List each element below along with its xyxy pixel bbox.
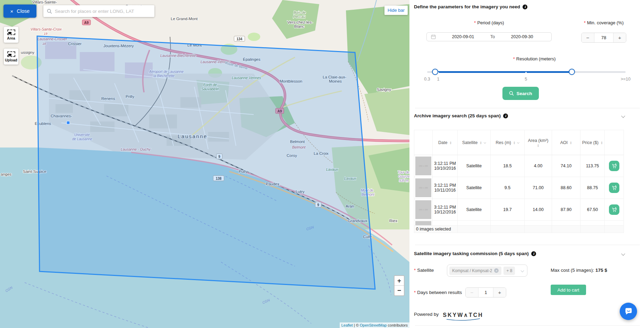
add-to-cart-button[interactable]: Add to cart (551, 285, 586, 295)
period-from-value[interactable]: 2020-09-01 (438, 34, 488, 39)
days-decrement-button[interactable]: − (466, 288, 478, 297)
archive-collapse-chevron-icon[interactable] (621, 114, 625, 118)
partially-visible-row (414, 221, 624, 226)
filter-chevron-icon[interactable] (517, 141, 519, 144)
aoi-polygon[interactable] (37, 36, 375, 289)
column-header[interactable]: AOI▲▼ (552, 130, 581, 155)
area-label: Area (7, 36, 15, 40)
map-label: Villars-Sainte- (32, 0, 57, 4)
selection-summary-row: 0 images selected (414, 226, 624, 233)
area-icon (7, 30, 15, 35)
search-button[interactable]: Search (502, 87, 539, 100)
coverage-decrement-button[interactable]: − (582, 33, 594, 42)
zoom-in-button[interactable]: + (395, 276, 404, 286)
resolution-label: *Resolution (meters) (500, 56, 569, 61)
period-to-value[interactable]: 2020-09-30 (497, 34, 547, 39)
leaflet-link[interactable]: Leaflet (341, 323, 353, 327)
sort-carets-icon[interactable]: ▲▼ (537, 144, 539, 147)
satellite-multiselect[interactable]: Kompsat / Kompsat-2 × + 8 (447, 264, 527, 277)
image-thumbnail: 150 x 150 (415, 178, 431, 197)
add-image-to-cart-button[interactable] (609, 183, 619, 193)
skywatch-logo[interactable]: SKYW∧TCH (443, 312, 483, 318)
days-value[interactable]: 1 (478, 288, 493, 297)
close-label: Close (17, 8, 29, 14)
zoom-out-button[interactable]: − (395, 286, 404, 295)
tasking-collapse-chevron-icon[interactable] (621, 252, 625, 255)
tasking-section-title: Satellite imagery tasking commission (5 … (414, 251, 536, 256)
column-header[interactable]: Satellite▲▼ (458, 130, 491, 155)
info-icon[interactable]: i (523, 5, 527, 9)
map-label: Villars-Sainte-Croix (31, 27, 62, 31)
column-header[interactable]: Date▲▼ (433, 130, 458, 155)
slider-handle[interactable] (569, 69, 575, 75)
calendar-icon (431, 34, 436, 39)
map-search-box[interactable] (43, 5, 154, 17)
slider-handle[interactable] (432, 69, 438, 75)
column-header[interactable]: Res (m)▲▼ (491, 130, 525, 155)
archive-results-table: Date▲▼Satellite▲▼Res (m)▲▼Area (km²)▲▼AO… (414, 130, 624, 233)
table-row[interactable]: 150 x 150 3:12:11 PM10/12/2016 Satellite… (414, 199, 624, 221)
map-label: ussigny (21, 50, 34, 54)
select-chevron-icon (521, 269, 524, 272)
column-header-empty (414, 130, 433, 155)
remove-tag-icon[interactable]: × (494, 268, 499, 273)
days-increment-button[interactable]: + (493, 288, 506, 297)
more-satellites-tag[interactable]: + 8 (503, 267, 515, 275)
table-row[interactable]: 150 x 150 3:12:11 PM10/10/2016 Satellite… (414, 155, 624, 177)
period-label: *Period (days) (426, 20, 552, 25)
resolution-slider[interactable]: 0.315>=10 (427, 68, 626, 82)
coverage-stepper: − 78 + (581, 33, 626, 43)
slider-tick-label: 1 (437, 77, 440, 82)
cart-plus-icon (611, 163, 617, 169)
osm-link[interactable]: OpenStreetMap (360, 323, 387, 327)
upload-aoi-button[interactable]: Upload (4, 49, 18, 65)
archive-section-title: Archive imagery search (25 days span)i (414, 113, 508, 118)
sort-carets-icon[interactable]: ▲▼ (449, 141, 451, 144)
sort-carets-icon[interactable]: ▲▼ (513, 141, 515, 144)
sort-carets-icon[interactable]: ▲▼ (480, 141, 482, 144)
slider-selected-range (435, 71, 572, 73)
sort-carets-icon[interactable]: ▲▼ (601, 141, 603, 144)
filter-chevron-icon[interactable] (484, 141, 486, 144)
slider-tick-label: >=10 (621, 77, 631, 82)
coverage-value[interactable]: 78 (594, 33, 613, 42)
add-image-to-cart-button[interactable] (609, 204, 619, 215)
draw-area-button[interactable]: Area (4, 27, 18, 43)
map-label: Tour de (398, 170, 409, 174)
map-search-input[interactable] (55, 9, 151, 14)
info-icon[interactable]: i (531, 251, 536, 256)
days-stepper: − 1 + (465, 287, 506, 297)
sort-carets-icon[interactable]: ▲▼ (570, 141, 572, 144)
info-icon[interactable]: i (503, 113, 508, 118)
upload-icon (7, 51, 15, 57)
define-section-title: Define the parameters for the imagery yo… (414, 4, 527, 9)
hide-bar-button[interactable]: Hide bar (384, 6, 408, 15)
map-label: Bois de (294, 10, 306, 15)
zoom-control: + − (394, 275, 405, 296)
close-button[interactable]: × Close (3, 5, 36, 18)
satellite-tag: Kompsat / Kompsat-2 × (449, 267, 501, 275)
slider-tick-label: 5 (525, 77, 527, 82)
map-label: 935 m (399, 179, 409, 183)
leaflet-map[interactable]: Villars-Sainte-Villars-Sainte-Croix19Lau… (0, 0, 409, 328)
chat-widget-button[interactable] (620, 303, 637, 320)
period-date-range[interactable]: 2020-09-01 To 2020-09-30 (426, 32, 552, 41)
column-header-empty (605, 130, 624, 155)
column-header[interactable]: Area (km²)▲▼ (525, 130, 552, 155)
slider-tick-label: 0.3 (424, 77, 430, 82)
column-header[interactable]: Price ($)▲▼ (581, 130, 605, 155)
coverage-increment-button[interactable]: + (613, 33, 626, 42)
max-cost-text: Max cost (5 images): 175 $ (551, 268, 607, 273)
period-to-word: To (490, 34, 495, 39)
add-image-to-cart-button[interactable] (609, 161, 619, 171)
map-label: Riex (389, 219, 397, 223)
table-row[interactable]: 150 x 150 3:12:11 PM10/11/2016 Satellite… (414, 177, 624, 199)
days-between-label: *Days between results (414, 290, 462, 295)
table-header-row: Date▲▼Satellite▲▼Res (m)▲▼Area (km²)▲▼AO… (414, 130, 624, 155)
map-label: Peccau (293, 15, 305, 19)
map-label: Vers-chez-les- (287, 20, 313, 24)
basemap: Villars-Sainte-Villars-Sainte-Croix19Lau… (0, 0, 409, 328)
close-icon: × (10, 8, 14, 14)
satellite-label: *Satellite (414, 268, 434, 273)
powered-by-label: Powered by (414, 312, 439, 317)
